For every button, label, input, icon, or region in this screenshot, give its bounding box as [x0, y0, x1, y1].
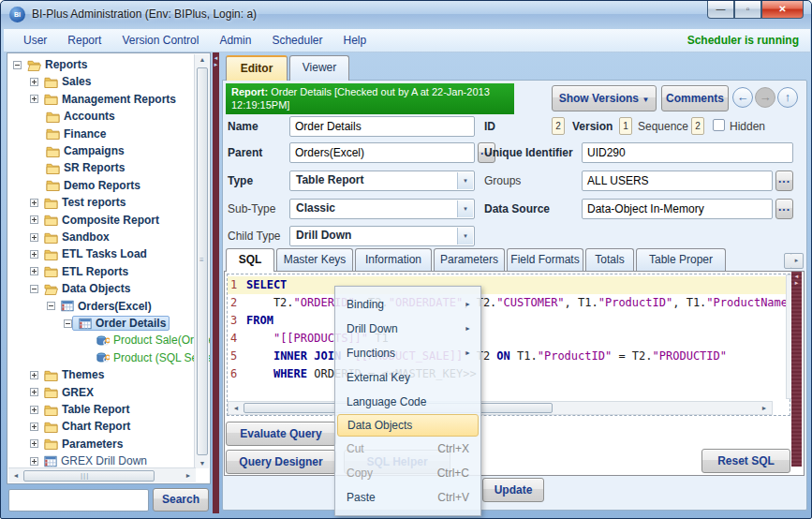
scroll-right-icon[interactable]: ►: [757, 405, 772, 411]
version-field[interactable]: 1: [619, 117, 632, 135]
tab-field-formats[interactable]: Field Formats: [507, 248, 583, 272]
tree-item-finance[interactable]: Finance: [30, 126, 106, 142]
tree-item-etl-reports[interactable]: ETL Reports: [30, 263, 128, 280]
menu-item-user[interactable]: User: [13, 31, 57, 50]
show-versions-button[interactable]: Show Versions ▼: [552, 85, 657, 111]
query-designer-button[interactable]: Query Designer: [226, 450, 336, 474]
parent-field[interactable]: Orders(Excel): [289, 142, 475, 163]
data-source-field[interactable]: Data-Object In-Memory: [582, 199, 773, 219]
tree-item-orders-excel-[interactable]: Orders(Excel): [47, 298, 152, 315]
groups-field[interactable]: ALL USERS: [582, 171, 773, 191]
expand-icon[interactable]: [30, 371, 38, 379]
expand-icon[interactable]: [30, 250, 38, 259]
menu-item-report[interactable]: Report: [57, 31, 111, 50]
collapse-icon[interactable]: [30, 285, 38, 293]
menu-item-help[interactable]: Help: [332, 31, 376, 50]
scroll-right-icon[interactable]: ►: [181, 472, 196, 479]
splitter-collapse-icon[interactable]: ◄►: [791, 274, 802, 287]
expand-icon[interactable]: [30, 439, 38, 448]
restore-icon[interactable]: ▫: [734, 1, 761, 19]
unique-identifier-field[interactable]: UID290: [582, 142, 793, 163]
tree-item-management-reports[interactable]: Management Reports: [30, 91, 176, 108]
tree-item-sandbox[interactable]: Sandbox: [30, 229, 110, 245]
tree-item-product-sale-oracle-[interactable]: Product Sale(Oracle): [81, 332, 211, 348]
tree-item-sales[interactable]: Sales: [30, 73, 91, 90]
hidden-checkbox[interactable]: [713, 119, 725, 131]
menu-item-scheduler[interactable]: Scheduler: [261, 31, 332, 50]
name-field[interactable]: Order Details: [289, 116, 475, 137]
tree-item-chart-report[interactable]: Chart Report: [30, 418, 130, 435]
tree-item-etl-tasks-load[interactable]: ETL Tasks Load: [30, 245, 147, 262]
chevron-down-icon[interactable]: ▼: [457, 172, 473, 189]
search-button[interactable]: Search: [153, 488, 209, 512]
tree-hscroll-thumb[interactable]: |||: [23, 470, 155, 482]
tab-viewer[interactable]: Viewer: [289, 55, 349, 81]
evaluate-query-button[interactable]: Evaluate Query: [226, 422, 336, 446]
collapse-icon[interactable]: [64, 319, 72, 328]
expand-icon[interactable]: [30, 388, 38, 396]
groups-browse-button[interactable]: ...: [775, 171, 793, 191]
type-select[interactable]: Table Report▼: [289, 171, 475, 191]
tab-information[interactable]: Information: [355, 248, 432, 272]
context-menu-item-paste[interactable]: PasteCtrl+V: [335, 485, 480, 510]
tree-item-test-reports[interactable]: Test reports: [30, 194, 125, 211]
menu-item-admin[interactable]: Admin: [209, 31, 261, 50]
tree-item-grex[interactable]: GREX: [30, 384, 94, 401]
scroll-up-icon[interactable]: ▲: [195, 56, 210, 63]
tree-item-product-sql-server-[interactable]: Product (SQL Server): [81, 349, 211, 366]
tree-item-parameters[interactable]: Parameters: [30, 436, 123, 452]
expand-icon[interactable]: [30, 423, 38, 431]
data-source-browse-button[interactable]: ...: [775, 199, 793, 219]
expand-icon[interactable]: [30, 215, 38, 224]
tree-item-sr-reports[interactable]: SR Reports: [30, 159, 125, 176]
tab-editor[interactable]: Editor: [226, 55, 288, 81]
sql-editor[interactable]: 1SELECT2 T2."ORDERID", T2."ORDERDATE", T…: [227, 274, 790, 416]
tree-item-campaigns[interactable]: Campaigns: [30, 142, 125, 159]
expand-icon[interactable]: [30, 406, 38, 414]
chevron-down-icon[interactable]: ▼: [457, 228, 473, 245]
scroll-left-icon[interactable]: ◄: [229, 405, 244, 411]
collapse-icon[interactable]: [13, 61, 22, 69]
id-field[interactable]: 2: [552, 117, 565, 135]
sql-horizontal-scrollbar[interactable]: ◄ ►: [228, 401, 773, 415]
tree-item-accounts[interactable]: Accounts: [30, 108, 115, 125]
chevron-down-icon[interactable]: ▼: [457, 200, 473, 217]
menu-item-version-control[interactable]: Version Control: [111, 31, 209, 50]
splitter-collapse-icon[interactable]: ◄►: [213, 55, 219, 68]
minimize-icon[interactable]: —: [707, 1, 734, 19]
tab-totals[interactable]: Totals: [585, 248, 634, 272]
context-menu-item-language-code[interactable]: Language Code: [335, 390, 480, 414]
scroll-left-icon[interactable]: ◄: [8, 472, 23, 479]
expand-icon[interactable]: [30, 199, 38, 207]
tree-item-data-objects[interactable]: Data Objects: [30, 280, 130, 297]
expand-icon[interactable]: [30, 78, 38, 86]
expand-icon[interactable]: [30, 95, 38, 103]
expand-icon[interactable]: [30, 233, 38, 242]
search-input[interactable]: [8, 489, 149, 512]
tree-scroll-thumb[interactable]: ≡: [197, 67, 208, 455]
tree-item-demo-reports[interactable]: Demo Reports: [30, 177, 140, 194]
tree-horizontal-scrollbar[interactable]: ◄ ||| ►: [8, 467, 196, 482]
context-menu-item-data-objects[interactable]: Data Objects: [337, 414, 479, 437]
context-menu-item-drill-down[interactable]: Drill Down►: [335, 317, 480, 341]
tree-item-reports[interactable]: Reports: [13, 56, 87, 73]
tab-table-proper[interactable]: Table Proper: [636, 248, 726, 272]
tree-item-composite-report[interactable]: Composite Report: [30, 212, 159, 229]
comments-button[interactable]: Comments: [661, 85, 729, 111]
collapse-icon[interactable]: [47, 302, 55, 310]
expand-icon[interactable]: [30, 267, 38, 275]
tree-item-themes[interactable]: Themes: [30, 366, 104, 383]
up-arrow-icon[interactable]: ↑: [777, 87, 798, 108]
context-menu-item-functions[interactable]: Functions►: [335, 341, 480, 365]
tree-item-table-report[interactable]: Table Report: [30, 401, 129, 418]
tree-item-order-details[interactable]: Order Details: [64, 315, 170, 332]
sequence-field[interactable]: 2: [691, 117, 704, 135]
child-type-select[interactable]: Drill Down▼: [289, 226, 475, 246]
back-arrow-icon[interactable]: ←: [732, 87, 753, 108]
reset-sql-button[interactable]: Reset SQL: [701, 449, 790, 473]
update-button[interactable]: Update: [482, 478, 544, 502]
panel-splitter[interactable]: ◄►: [213, 52, 219, 513]
sql-panel-splitter[interactable]: ◄►: [791, 272, 802, 467]
close-icon[interactable]: ✕: [761, 1, 804, 19]
tab-master-keys[interactable]: Master Keys: [276, 248, 353, 272]
